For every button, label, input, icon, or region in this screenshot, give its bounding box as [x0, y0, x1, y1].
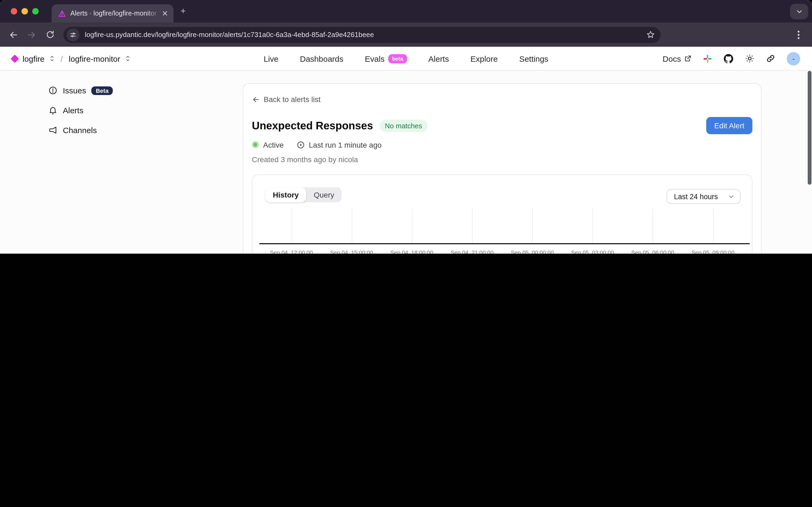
chart-tick-label: Sep 05, 09:00:00 — [692, 249, 735, 253]
chart-gridline — [713, 208, 713, 243]
new-tab-button[interactable]: + — [180, 6, 186, 15]
no-matches-badge: No matches — [379, 119, 428, 132]
chart-gridline — [472, 208, 473, 243]
edit-alert-button[interactable]: Edit Alert — [706, 117, 752, 134]
chevron-down-icon — [728, 193, 735, 200]
window-zoom-button[interactable] — [32, 8, 39, 14]
user-avatar[interactable]: - — [787, 52, 800, 65]
address-bar[interactable]: logfire-us.pydantic.dev/logfire/logfire-… — [63, 26, 660, 43]
sort-chevrons-icon[interactable] — [49, 55, 55, 62]
window-controls — [11, 8, 39, 14]
chart-tick-label: Sep 05, 06:00:00 — [631, 249, 674, 253]
main-nav: Live Dashboards Evalsbeta Alerts Explore… — [264, 54, 548, 63]
page-content: Issues Beta Alerts Channels Back to aler… — [0, 71, 812, 253]
app-nav: logfire / logfire-monitor Live Dashboard… — [0, 47, 812, 71]
breadcrumb-separator: / — [61, 54, 63, 63]
browser-window: Alerts · logfire/logfire-monitor ✕ + log… — [0, 0, 812, 253]
docs-link[interactable]: Docs — [663, 54, 692, 63]
window-close-button[interactable] — [11, 8, 17, 14]
sidebar-item-alerts[interactable]: Alerts — [48, 103, 113, 118]
browser-tabstrip: Alerts · logfire/logfire-monitor ✕ + — [0, 0, 812, 22]
created-by-text: Created 3 months ago by nicola — [252, 155, 752, 165]
forward-icon[interactable] — [23, 26, 40, 43]
sidebar-item-label: Channels — [63, 126, 97, 135]
reload-icon[interactable] — [42, 26, 58, 43]
chart-tick-label: Sep 04, 18:00:00 — [390, 249, 433, 253]
chart-tick-label: Sep 05, 03:00:00 — [571, 249, 614, 253]
sidebar-item-label: Alerts — [63, 106, 84, 115]
nav-live[interactable]: Live — [264, 54, 278, 63]
logfire-logo-icon — [10, 54, 19, 62]
chart-gridline — [351, 208, 352, 243]
chart-tick-label: Sep 05, 00:00:00 — [511, 249, 554, 253]
alert-history-panel: History Query Last 24 hours Sep 04, 12:0… — [252, 174, 752, 253]
share-link-icon[interactable] — [766, 54, 775, 63]
time-range-value: Last 24 hours — [674, 192, 718, 201]
sidebar-item-issues[interactable]: Issues Beta — [48, 83, 113, 98]
browser-tab-active[interactable]: Alerts · logfire/logfire-monitor ✕ — [52, 4, 173, 22]
browser-toolbar: logfire-us.pydantic.dev/logfire/logfire-… — [0, 22, 812, 47]
back-arrow-icon — [252, 95, 260, 103]
alert-status-row: Active Last run 1 minute ago — [252, 139, 752, 150]
nav-settings[interactable]: Settings — [519, 54, 548, 63]
sidebar-item-channels[interactable]: Channels — [48, 123, 113, 137]
time-range-select[interactable]: Last 24 hours — [666, 189, 741, 204]
history-query-tabs: History Query — [265, 187, 342, 203]
tab-close-icon[interactable]: ✕ — [161, 9, 169, 18]
tab-query[interactable]: Query — [306, 187, 341, 203]
alert-detail-card: Back to alerts list Unexpected Responses… — [243, 83, 761, 253]
chart-tick-label: Sep 04, 12:00:00 — [270, 249, 313, 253]
alert-title-row: Unexpected Responses No matches Edit Ale… — [252, 118, 752, 134]
nav-evals[interactable]: Evalsbeta — [365, 54, 407, 63]
nav-utilities: Docs - — [663, 52, 800, 65]
chart-gridline — [653, 208, 653, 243]
active-status-dot — [252, 141, 259, 148]
last-run-text: Last run 1 minute ago — [309, 140, 382, 149]
org-selector[interactable]: logfire — [22, 54, 45, 63]
chart-x-axis — [259, 243, 750, 244]
status-text: Active — [263, 140, 283, 149]
chart-gridline — [532, 208, 533, 243]
breadcrumb: logfire / logfire-monitor — [12, 54, 130, 63]
chart-tick-label: Sep 04, 15:00:00 — [330, 249, 373, 253]
tab-title: Alerts · logfire/logfire-monitor — [70, 10, 161, 17]
tab-search-chevron-icon[interactable] — [790, 4, 808, 19]
chart-gridline — [291, 208, 292, 243]
external-link-icon — [684, 55, 692, 62]
play-circle-icon — [296, 140, 305, 149]
sort-chevrons-icon[interactable] — [125, 55, 130, 62]
chart-tick-label: Sep 04, 21:00:00 — [450, 249, 493, 253]
tab-history[interactable]: History — [265, 187, 306, 203]
chart-gridline — [593, 208, 593, 243]
tab-favicon-logfire-icon — [58, 9, 66, 17]
theme-sun-icon[interactable] — [745, 54, 755, 63]
megaphone-icon — [48, 126, 57, 135]
sidebar-item-label: Issues — [63, 86, 86, 95]
issues-beta-badge: Beta — [92, 86, 113, 95]
nav-dashboards[interactable]: Dashboards — [300, 54, 343, 63]
site-settings-icon[interactable] — [67, 28, 79, 41]
scrollbar-thumb[interactable] — [808, 71, 811, 185]
back-icon[interactable] — [5, 26, 21, 43]
project-selector[interactable]: logfire-monitor — [69, 54, 120, 63]
bookmark-star-icon[interactable] — [646, 30, 655, 39]
nav-explore[interactable]: Explore — [471, 54, 498, 63]
browser-menu-icon[interactable] — [791, 26, 807, 43]
evals-beta-badge: beta — [388, 54, 407, 63]
github-icon[interactable] — [723, 53, 734, 64]
slack-icon[interactable] — [703, 54, 712, 63]
window-minimize-button[interactable] — [21, 8, 28, 14]
chart-gridline — [412, 208, 413, 243]
url-text[interactable]: logfire-us.pydantic.dev/logfire/logfire-… — [85, 31, 646, 39]
bell-icon — [48, 106, 57, 115]
back-to-alerts-link[interactable]: Back to alerts list — [252, 94, 752, 105]
nav-alerts[interactable]: Alerts — [428, 54, 449, 63]
alert-circle-icon — [48, 86, 57, 95]
sidebar: Issues Beta Alerts Channels — [48, 83, 113, 137]
alert-title: Unexpected Responses — [252, 119, 373, 132]
last-run: Last run 1 minute ago — [296, 140, 382, 149]
